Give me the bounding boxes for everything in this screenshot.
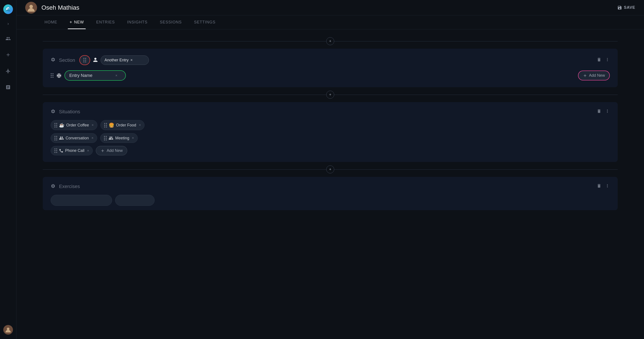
add-row-middle: + [43,91,618,99]
add-row-plus-icon-2: + [329,92,332,97]
section-more-icon-situations[interactable] [605,109,610,115]
entry-name-close-btn[interactable]: × [115,74,117,78]
sidebar: 🌊 › [0,0,16,339]
exercises-content [51,195,610,204]
entry-tag-drag-handle[interactable] [80,55,90,65]
section-card-situations: Situations [43,102,618,162]
add-row-plus-icon-3: + [329,167,332,172]
situations-row-3: Phone Call × Add New [51,146,610,155]
add-row-button-middle[interactable]: + [326,91,334,99]
drag-icon-conv [54,136,57,140]
snowflake-icon [56,73,62,78]
entry-name-input[interactable] [69,73,113,78]
add-new-plus-situations-icon [100,149,105,153]
add-new-button-section1[interactable]: Add New [578,70,610,80]
nav-tabs: HOME + NEW ENTRIES INSIGHTS SESSIONS SET… [16,15,644,29]
add-new-button-situations[interactable]: Add New [96,146,127,155]
section-label-exercises: Exercises [59,184,80,189]
section-header-exercises: Exercises [51,183,610,190]
coffee-icon: ☕ [59,122,64,128]
another-entry-tag[interactable]: Another Entry × [101,55,149,65]
section-label-situations: Situations [59,109,80,115]
drag-icon-food [104,123,107,128]
order-food-close[interactable]: × [139,123,141,127]
situation-tag-meeting[interactable]: Meeting × [100,133,138,143]
add-row-line-left [43,41,326,41]
section-actions-situations [597,109,610,115]
save-button[interactable]: SAVE [617,5,635,10]
add-row-button-top[interactable]: + [326,37,334,45]
section-left-exercises: Exercises [51,184,80,190]
tab-new[interactable]: + NEW [68,15,86,29]
section-header-situations: Situations [51,109,610,115]
drag-icon-coffee [54,123,57,128]
top-header: Oseh Mathias SAVE [16,0,644,15]
exercises-placeholder-2 [115,195,154,206]
section-card-1: Section [43,49,618,87]
section-more-icon-exercises[interactable] [605,183,610,190]
section-actions-1 [597,57,610,63]
another-entry-text: Another Entry [104,58,128,62]
order-food-text: Order Food [116,123,136,128]
situations-row-1: ☕ Order Coffee × 🍔 Order Food × [51,120,610,130]
tab-settings[interactable]: SETTINGS [192,15,217,29]
meeting-icon [108,136,113,140]
conversation-icon [59,136,64,140]
add-row-plus-icon: + [329,39,332,44]
conversation-close[interactable]: × [92,136,94,140]
sidebar-toggle[interactable]: › [6,19,11,28]
tab-entries[interactable]: ENTRIES [94,15,117,29]
conversation-text: Conversation [66,136,89,140]
situations-list: ☕ Order Coffee × 🍔 Order Food × [51,120,610,155]
phone-icon [59,149,63,153]
tab-sessions[interactable]: SESSIONS [158,15,184,29]
another-entry-close[interactable]: × [130,58,133,62]
tab-home[interactable]: HOME [43,15,59,29]
section-delete-icon-1[interactable] [597,57,602,63]
drag-icon-meeting [104,136,107,140]
phone-call-close[interactable]: × [87,149,89,153]
entry-name-drag-icon [51,73,54,78]
order-coffee-close[interactable]: × [92,123,94,127]
food-icon: 🍔 [109,122,114,128]
situation-tag-phone-call[interactable]: Phone Call × [51,146,93,155]
user-avatar-bottom[interactable] [3,325,13,335]
situation-tag-order-coffee[interactable]: ☕ Order Coffee × [51,120,97,130]
sidebar-item-fly[interactable] [3,65,14,76]
section-delete-icon-situations[interactable] [597,109,602,115]
situation-tag-conversation[interactable]: Conversation × [51,133,97,143]
section-gear-icon-situations[interactable] [51,109,56,115]
situations-row-2: Conversation × Meeting [51,133,610,143]
order-coffee-text: Order Coffee [66,123,89,128]
main-content: Oseh Mathias SAVE HOME + NEW ENTRIES INS… [16,0,644,339]
sidebar-item-add[interactable] [3,49,14,60]
drag-icon-phone [54,148,57,153]
add-row-line-left-2 [43,95,326,95]
section-gear-icon-exercises[interactable] [51,184,56,190]
sidebar-item-users[interactable] [3,33,14,44]
section-label-1: Section [59,57,75,63]
entry-name-left: × [51,70,126,81]
tab-insights[interactable]: INSIGHTS [126,15,149,29]
add-row-button-bottom[interactable]: + [326,165,334,173]
add-row-line-right-3 [334,169,618,170]
add-row-line-left-3 [43,169,326,170]
app-logo: 🌊 [3,4,13,14]
add-row-line-right-2 [334,95,618,95]
section-delete-icon-exercises[interactable] [597,183,602,190]
situation-tag-order-food[interactable]: 🍔 Order Food × [100,120,144,130]
user-avatar [25,2,37,13]
section-left-situations: Situations [51,109,80,115]
exercises-placeholder-1 [51,195,112,206]
add-row-top: + [43,37,618,45]
add-new-label-situations: Add New [106,148,122,153]
entry-name-row: × Add New [51,70,610,81]
page-body: + Section [16,29,644,339]
sidebar-item-journal[interactable] [3,82,14,93]
section-more-icon-1[interactable] [605,57,610,63]
svg-point-1 [30,5,33,8]
section-gear-icon-1[interactable] [51,57,56,63]
meeting-close[interactable]: × [132,136,134,140]
section-card-exercises: Exercises [43,177,618,210]
entry-name-field[interactable]: × [64,70,126,81]
